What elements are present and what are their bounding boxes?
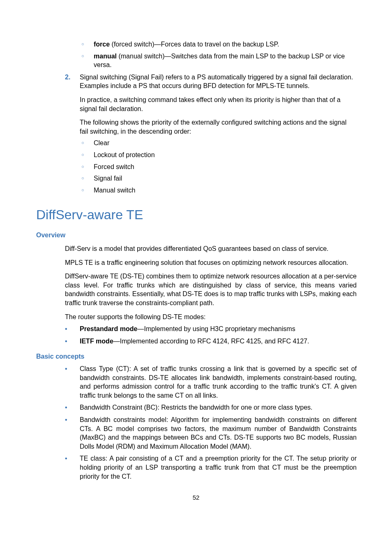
signal-switching-item: 2. Signal switching (Signal Fail) refers… [65, 73, 357, 90]
bullet-icon: • [65, 324, 80, 334]
bullet-icon: • [65, 403, 80, 412]
circle-icon: ○ [81, 162, 94, 171]
priority-item: ○Manual switch [81, 186, 357, 195]
body-paragraph: The following shows the priority of the … [80, 118, 357, 136]
circle-icon: ○ [81, 186, 94, 195]
page-number: 52 [0, 494, 392, 502]
priority-item: ○Forced switch [81, 162, 357, 171]
bullet-icon: • [65, 337, 80, 346]
list-number: 2. [65, 73, 80, 90]
section-heading-diffserv: DiffServ-aware TE [36, 206, 357, 224]
concept-item: • Bandwidth constraints model: Algorithm… [65, 415, 357, 451]
concept-item: • Bandwidth Constraint (BC): Restricts t… [65, 403, 357, 412]
mode-item: • Prestandard mode—Implemented by using … [65, 324, 357, 334]
priority-item: ○Clear [81, 139, 357, 148]
body-paragraph: Diff-Serv is a model that provides diffe… [65, 244, 357, 253]
body-paragraph: DiffServ-aware TE (DS-TE) combines them … [65, 272, 357, 307]
circle-icon: ○ [81, 151, 94, 160]
mode-item: • IETF mode—Implemented according to RFC… [65, 337, 357, 346]
concept-item: • Class Type (CT): A set of traffic trun… [65, 364, 357, 400]
priority-item: ○Lockout of protection [81, 151, 357, 160]
subheading-basic-concepts: Basic concepts [36, 352, 357, 361]
switch-force-item: ○ force (forced switch)—Forces data to t… [81, 40, 357, 49]
concept-item: • TE class: A pair consisting of a CT an… [65, 454, 357, 481]
bullet-icon: • [65, 364, 80, 400]
subheading-overview: Overview [36, 231, 357, 240]
bullet-icon: • [65, 415, 80, 451]
switch-manual-item: ○ manual (manual switch)—Switches data f… [81, 52, 357, 70]
bullet-icon: • [65, 454, 80, 481]
body-paragraph: In practice, a switching command takes e… [80, 95, 357, 113]
circle-icon: ○ [81, 40, 94, 49]
body-paragraph: MPLS TE is a traffic engineering solutio… [65, 258, 357, 267]
circle-icon: ○ [81, 139, 94, 148]
circle-icon: ○ [81, 174, 94, 183]
priority-item: ○Signal fail [81, 174, 357, 183]
circle-icon: ○ [81, 52, 94, 70]
body-paragraph: The router supports the following DS-TE … [65, 313, 357, 322]
